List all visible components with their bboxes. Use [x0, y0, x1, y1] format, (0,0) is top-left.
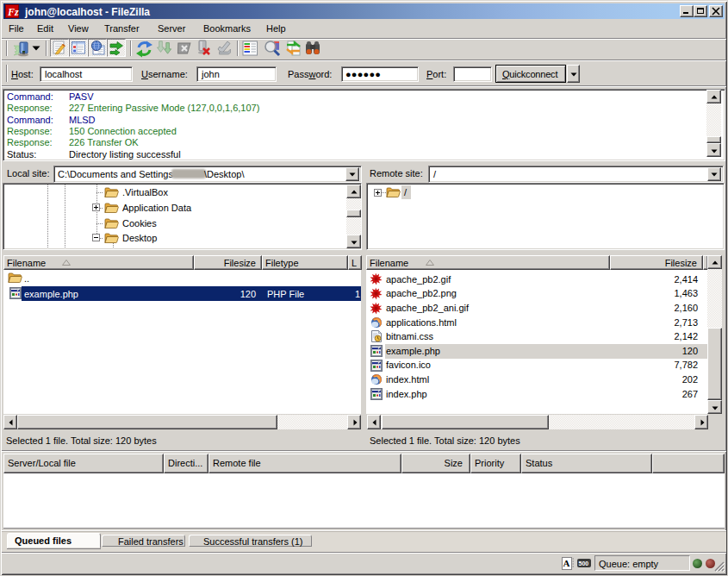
svg-text:A: A: [563, 558, 570, 568]
